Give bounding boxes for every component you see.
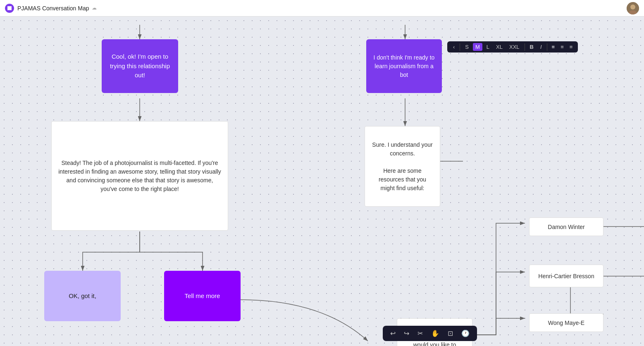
svg-point-1 [630,5,635,10]
toolbar-size-l[interactable]: L [484,43,492,51]
cool-ok-card[interactable]: Cool, ok! I'm open to trying this relati… [102,39,178,93]
bottom-toolbar: ↩ ↪ ✂ ✋ ⊡ 🕐 [383,326,477,341]
steady-card[interactable]: Steady! The job of a photojournalist is … [51,121,228,231]
toolbar-size-s[interactable]: S [463,43,471,51]
toolbar-sep-2 [525,43,525,51]
toolbar-back-btn[interactable]: ‹ [451,43,457,51]
redo-btn[interactable]: ↪ [401,328,413,339]
henri-cartier-card[interactable]: Henri-Cartier Bresson [529,265,603,287]
save-status-icon: ☁ [92,5,98,12]
toolbar-sep-1 [460,43,460,51]
damon-winter-card[interactable]: Damon Winter [529,217,603,236]
tell-me-more-card[interactable]: Tell me more [164,271,241,321]
avatar[interactable] [627,2,639,14]
app-logo [5,4,14,13]
toolbar-align-left-btn[interactable]: ≡ [550,43,557,51]
dont-think-card[interactable]: I don't think I'm ready to learn journal… [366,39,442,93]
canvas[interactable]: ‹ S M L XL XXL B I ≡ ≡ ≡ [0,17,644,346]
app-title: PJAMAS Conversation Map [17,5,89,12]
toolbar-italic-btn[interactable]: I [538,43,544,51]
toolbar-size-m[interactable]: M [473,43,482,51]
history-btn[interactable]: 🕐 [458,328,473,339]
toolbar-align-right-btn[interactable]: ≡ [568,43,575,51]
undo-btn[interactable]: ↩ [387,328,399,339]
topbar: PJAMAS Conversation Map ☁ [0,0,644,17]
ok-got-it-card[interactable]: OK, got it, [44,271,121,321]
toolbar-bold-btn[interactable]: B [527,43,536,51]
sure-understand-card[interactable]: Sure. I understand your concerns. Here a… [365,126,440,207]
toolbar-align-center-btn[interactable]: ≡ [558,43,566,51]
format-toolbar: ‹ S M L XL XXL B I ≡ ≡ ≡ [447,41,578,52]
toolbar-size-xxl[interactable]: XXL [507,43,522,51]
toolbar-sep-3 [547,43,547,51]
paste-btn[interactable]: ⊡ [444,328,456,339]
toolbar-size-xl[interactable]: XL [494,43,505,51]
wong-maye-e-card[interactable]: Wong Maye-E [529,313,603,332]
scissors-btn[interactable]: ✂ [414,328,426,339]
hand-btn[interactable]: ✋ [428,328,443,339]
